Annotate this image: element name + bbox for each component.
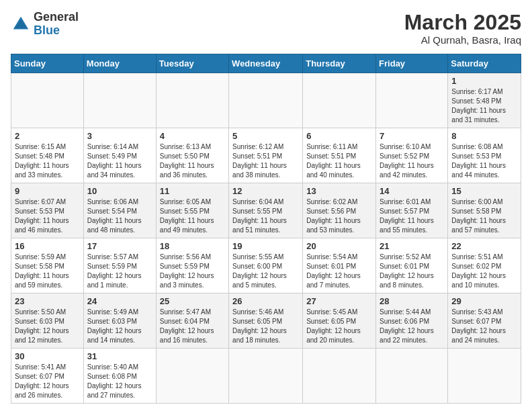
day-info: Sunrise: 6:11 AM Sunset: 5:51 PM Dayligh… xyxy=(306,142,372,180)
day-number: 10 xyxy=(87,186,152,196)
calendar-cell xyxy=(303,349,376,404)
day-number: 14 xyxy=(380,186,444,196)
calendar-cell: 16Sunrise: 5:59 AM Sunset: 5:58 PM Dayli… xyxy=(11,238,84,293)
calendar-table: SundayMondayTuesdayWednesdayThursdayFrid… xyxy=(11,54,521,404)
day-number: 23 xyxy=(15,296,80,306)
day-info: Sunrise: 6:06 AM Sunset: 5:54 PM Dayligh… xyxy=(87,197,152,235)
calendar-cell: 9Sunrise: 6:07 AM Sunset: 5:53 PM Daylig… xyxy=(11,183,84,238)
day-info: Sunrise: 6:14 AM Sunset: 5:49 PM Dayligh… xyxy=(87,142,152,180)
calendar-cell xyxy=(156,73,228,128)
calendar-cell: 19Sunrise: 5:55 AM Sunset: 6:00 PM Dayli… xyxy=(229,238,303,293)
calendar-cell: 30Sunrise: 5:41 AM Sunset: 6:07 PM Dayli… xyxy=(11,349,84,404)
day-info: Sunrise: 6:17 AM Sunset: 5:48 PM Dayligh… xyxy=(451,87,517,125)
day-number: 15 xyxy=(451,186,517,196)
calendar-cell: 20Sunrise: 5:54 AM Sunset: 6:01 PM Dayli… xyxy=(303,238,376,293)
day-number: 25 xyxy=(160,296,225,306)
calendar-cell xyxy=(83,73,156,128)
day-info: Sunrise: 6:13 AM Sunset: 5:50 PM Dayligh… xyxy=(160,142,225,180)
calendar-cell: 10Sunrise: 6:06 AM Sunset: 5:54 PM Dayli… xyxy=(83,183,156,238)
day-number: 2 xyxy=(15,131,80,141)
calendar-cell xyxy=(448,349,521,404)
page-header: GeneralBlue March 2025 Al Qurnah, Basra,… xyxy=(11,11,521,46)
calendar-cell: 1Sunrise: 6:17 AM Sunset: 5:48 PM Daylig… xyxy=(448,73,521,128)
logo: GeneralBlue xyxy=(11,11,79,38)
day-number: 22 xyxy=(451,241,517,251)
calendar-cell: 8Sunrise: 6:08 AM Sunset: 5:53 PM Daylig… xyxy=(448,128,521,183)
logo-icon xyxy=(11,14,31,34)
day-info: Sunrise: 5:49 AM Sunset: 6:03 PM Dayligh… xyxy=(87,308,152,345)
day-info: Sunrise: 6:05 AM Sunset: 5:55 PM Dayligh… xyxy=(160,197,225,235)
weekday-header: Tuesday xyxy=(156,54,228,73)
day-info: Sunrise: 6:01 AM Sunset: 5:57 PM Dayligh… xyxy=(380,197,444,235)
day-info: Sunrise: 6:10 AM Sunset: 5:52 PM Dayligh… xyxy=(380,142,444,180)
day-info: Sunrise: 5:51 AM Sunset: 6:02 PM Dayligh… xyxy=(451,253,517,290)
calendar-cell: 22Sunrise: 5:51 AM Sunset: 6:02 PM Dayli… xyxy=(448,238,521,293)
calendar-week-row: 2Sunrise: 6:15 AM Sunset: 5:48 PM Daylig… xyxy=(11,128,521,183)
day-number: 8 xyxy=(451,131,517,141)
day-info: Sunrise: 5:55 AM Sunset: 6:00 PM Dayligh… xyxy=(232,253,299,290)
calendar-cell: 25Sunrise: 5:47 AM Sunset: 6:04 PM Dayli… xyxy=(156,293,228,349)
calendar-cell: 17Sunrise: 5:57 AM Sunset: 5:59 PM Dayli… xyxy=(83,238,156,293)
day-info: Sunrise: 5:41 AM Sunset: 6:07 PM Dayligh… xyxy=(15,363,80,400)
day-info: Sunrise: 5:50 AM Sunset: 6:03 PM Dayligh… xyxy=(15,308,80,345)
day-number: 30 xyxy=(15,351,80,361)
day-info: Sunrise: 6:08 AM Sunset: 5:53 PM Dayligh… xyxy=(451,142,517,180)
weekday-header: Wednesday xyxy=(229,54,303,73)
weekday-header: Sunday xyxy=(11,54,84,73)
day-number: 31 xyxy=(87,351,152,361)
day-number: 18 xyxy=(160,241,225,251)
title-block: March 2025 Al Qurnah, Basra, Iraq xyxy=(404,11,521,46)
day-number: 5 xyxy=(232,131,299,141)
day-number: 28 xyxy=(380,296,444,306)
day-info: Sunrise: 5:40 AM Sunset: 6:08 PM Dayligh… xyxy=(87,363,152,400)
day-info: Sunrise: 5:47 AM Sunset: 6:04 PM Dayligh… xyxy=(160,308,225,345)
calendar-cell xyxy=(229,73,303,128)
day-number: 16 xyxy=(15,241,80,251)
day-number: 13 xyxy=(306,186,372,196)
calendar-cell: 24Sunrise: 5:49 AM Sunset: 6:03 PM Dayli… xyxy=(83,293,156,349)
weekday-header: Saturday xyxy=(448,54,521,73)
calendar-cell: 13Sunrise: 6:02 AM Sunset: 5:56 PM Dayli… xyxy=(303,183,376,238)
day-number: 12 xyxy=(232,186,299,196)
calendar-cell xyxy=(156,349,228,404)
day-number: 27 xyxy=(306,296,372,306)
day-number: 3 xyxy=(87,131,152,141)
calendar-cell: 11Sunrise: 6:05 AM Sunset: 5:55 PM Dayli… xyxy=(156,183,228,238)
day-info: Sunrise: 6:15 AM Sunset: 5:48 PM Dayligh… xyxy=(15,142,80,180)
day-number: 4 xyxy=(160,131,225,141)
day-info: Sunrise: 5:45 AM Sunset: 6:05 PM Dayligh… xyxy=(306,308,372,345)
day-number: 9 xyxy=(15,186,80,196)
day-info: Sunrise: 5:46 AM Sunset: 6:05 PM Dayligh… xyxy=(232,308,299,345)
calendar-cell: 7Sunrise: 6:10 AM Sunset: 5:52 PM Daylig… xyxy=(376,128,448,183)
day-number: 19 xyxy=(232,241,299,251)
day-number: 11 xyxy=(160,186,225,196)
calendar-cell: 4Sunrise: 6:13 AM Sunset: 5:50 PM Daylig… xyxy=(156,128,228,183)
logo-text: GeneralBlue xyxy=(34,11,79,38)
day-number: 7 xyxy=(380,131,444,141)
day-number: 24 xyxy=(87,296,152,306)
calendar-cell: 12Sunrise: 6:04 AM Sunset: 5:55 PM Dayli… xyxy=(229,183,303,238)
calendar-week-row: 30Sunrise: 5:41 AM Sunset: 6:07 PM Dayli… xyxy=(11,349,521,404)
day-number: 17 xyxy=(87,241,152,251)
calendar-cell: 23Sunrise: 5:50 AM Sunset: 6:03 PM Dayli… xyxy=(11,293,84,349)
day-info: Sunrise: 5:56 AM Sunset: 5:59 PM Dayligh… xyxy=(160,253,225,290)
calendar-week-row: 1Sunrise: 6:17 AM Sunset: 5:48 PM Daylig… xyxy=(11,73,521,128)
calendar-cell xyxy=(376,349,448,404)
day-number: 26 xyxy=(232,296,299,306)
day-info: Sunrise: 6:02 AM Sunset: 5:56 PM Dayligh… xyxy=(306,197,372,235)
day-info: Sunrise: 5:44 AM Sunset: 6:06 PM Dayligh… xyxy=(380,308,444,345)
calendar-cell xyxy=(229,349,303,404)
day-info: Sunrise: 5:43 AM Sunset: 6:07 PM Dayligh… xyxy=(451,308,517,345)
calendar-cell: 18Sunrise: 5:56 AM Sunset: 5:59 PM Dayli… xyxy=(156,238,228,293)
day-number: 6 xyxy=(306,131,372,141)
day-info: Sunrise: 5:54 AM Sunset: 6:01 PM Dayligh… xyxy=(306,253,372,290)
location: Al Qurnah, Basra, Iraq xyxy=(404,34,521,46)
calendar-cell: 26Sunrise: 5:46 AM Sunset: 6:05 PM Dayli… xyxy=(229,293,303,349)
calendar-cell: 31Sunrise: 5:40 AM Sunset: 6:08 PM Dayli… xyxy=(83,349,156,404)
day-number: 1 xyxy=(451,76,517,86)
calendar-cell: 6Sunrise: 6:11 AM Sunset: 5:51 PM Daylig… xyxy=(303,128,376,183)
calendar-cell: 15Sunrise: 6:00 AM Sunset: 5:58 PM Dayli… xyxy=(448,183,521,238)
weekday-header-row: SundayMondayTuesdayWednesdayThursdayFrid… xyxy=(11,54,521,73)
weekday-header: Thursday xyxy=(303,54,376,73)
weekday-header: Friday xyxy=(376,54,448,73)
